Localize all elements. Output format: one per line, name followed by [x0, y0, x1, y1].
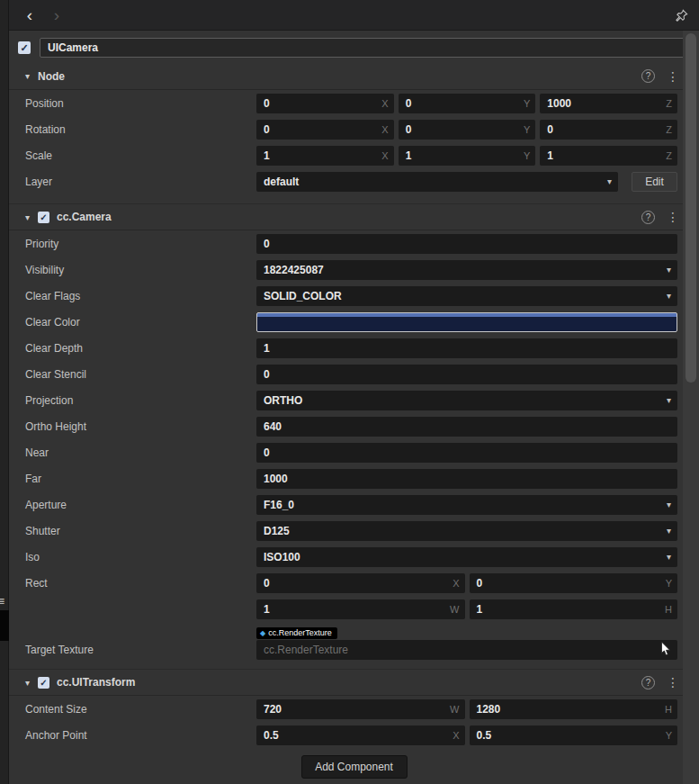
clear-color-swatch[interactable]	[256, 312, 677, 332]
priority-field[interactable]: 0	[256, 234, 677, 254]
rotation-x-field[interactable]: 0X	[256, 120, 394, 140]
help-icon[interactable]: ?	[641, 69, 655, 83]
section-header-camera[interactable]: ▾ ✓ cc.Camera ? ⋮	[9, 203, 699, 230]
content-size-label: Content Size	[25, 703, 256, 716]
help-icon[interactable]: ?	[641, 676, 655, 689]
render-texture-type-chip: ◆cc.RenderTexture	[256, 627, 337, 639]
anchor-point-y-field[interactable]: 0.5Y	[470, 725, 678, 745]
clear-stencil-field[interactable]: 0	[256, 365, 677, 384]
content-size-h-field[interactable]: 1280H	[470, 699, 678, 719]
ortho-height-field[interactable]: 640	[256, 417, 677, 437]
far-label: Far	[25, 473, 256, 485]
node-name-input[interactable]: UICamera	[40, 38, 690, 58]
position-z-field[interactable]: 1000Z	[540, 94, 677, 113]
axis-h-label: H	[665, 599, 672, 619]
row-clear-depth: Clear Depth 1	[9, 335, 699, 361]
chevron-down-icon: ▾	[667, 547, 671, 567]
rect-h-field[interactable]: 1H	[470, 599, 678, 619]
row-rect-wh: 1W 1H	[9, 596, 699, 622]
layer-edit-button[interactable]: Edit	[632, 172, 677, 192]
chevron-down-icon: ▾	[667, 391, 671, 410]
row-target-texture: Target Texture ◆cc.RenderTexture cc.Rend…	[9, 622, 699, 663]
chevron-down-icon: ▾	[667, 521, 671, 541]
scale-z-field[interactable]: 1Z	[540, 146, 677, 166]
chevron-down-icon[interactable]: ▾	[25, 212, 38, 222]
row-projection: Projection ORTHO▾	[9, 387, 699, 413]
chevron-down-icon[interactable]: ▾	[25, 678, 38, 688]
axis-z-label: Z	[666, 120, 672, 140]
history-back-button[interactable]: ‹	[20, 5, 40, 25]
clear-flags-dropdown[interactable]: SOLID_COLOR▾	[256, 286, 677, 306]
inspector-panel: ‹ › ✓ UICamera ▾ Node ? ⋮ Position 0X 0Y…	[9, 0, 699, 784]
left-dock-strip: ≡	[0, 0, 9, 784]
far-field[interactable]: 1000	[256, 469, 677, 489]
position-label: Position	[25, 97, 256, 110]
rect-w-field[interactable]: 1W	[256, 599, 465, 619]
row-ortho-height: Ortho Height 640	[9, 413, 699, 439]
row-clear-flags: Clear Flags SOLID_COLOR▾	[9, 283, 699, 309]
section-header-uitransform[interactable]: ▾ ✓ cc.UITransform ? ⋮	[9, 669, 699, 696]
rotation-z-field[interactable]: 0Z	[540, 120, 677, 140]
target-texture-field[interactable]: cc.RenderTexture	[256, 640, 677, 660]
docked-panel-tab[interactable]	[0, 610, 9, 641]
rect-label: Rect	[25, 577, 256, 590]
row-position: Position 0X 0Y 1000Z	[9, 90, 699, 116]
shutter-dropdown[interactable]: D125▾	[256, 521, 677, 541]
aperture-label: Aperture	[25, 499, 256, 511]
axis-y-label: Y	[524, 146, 530, 166]
content-size-w-field[interactable]: 720W	[256, 699, 465, 719]
rotation-y-field[interactable]: 0Y	[399, 120, 536, 140]
row-shutter: Shutter D125▾	[9, 518, 699, 544]
chevron-down-icon: ▾	[667, 260, 671, 280]
uitransform-enabled-checkbox[interactable]: ✓	[38, 677, 49, 689]
projection-dropdown[interactable]: ORTHO▾	[256, 391, 677, 410]
asset-picker-icon[interactable]	[659, 642, 674, 658]
target-texture-wrap: ◆cc.RenderTexture cc.RenderTexture	[256, 640, 677, 660]
axis-y-label: Y	[666, 573, 672, 593]
more-menu-icon[interactable]: ⋮	[667, 675, 679, 689]
node-active-checkbox[interactable]: ✓	[18, 41, 31, 54]
row-far: Far 1000	[9, 465, 699, 491]
rect-x-field[interactable]: 0X	[256, 573, 465, 593]
rect-y-field[interactable]: 0Y	[470, 573, 678, 593]
add-component-button[interactable]: Add Component	[301, 755, 408, 779]
scrollbar-thumb[interactable]	[686, 33, 696, 383]
axis-x-label: X	[381, 94, 388, 113]
iso-dropdown[interactable]: ISO100▾	[256, 547, 677, 567]
section-title-node: Node	[38, 70, 65, 83]
row-layer: Layer default▾ Edit	[9, 168, 699, 194]
axis-x-label: X	[453, 573, 459, 593]
camera-enabled-checkbox[interactable]: ✓	[38, 212, 49, 223]
anchor-point-label: Anchor Point	[25, 729, 256, 742]
clear-depth-field[interactable]: 1	[256, 338, 677, 358]
axis-x-label: X	[453, 725, 459, 745]
row-visibility: Visibility 1822425087▾	[9, 257, 699, 283]
aperture-dropdown[interactable]: F16_0▾	[256, 495, 677, 515]
clear-color-label: Clear Color	[25, 316, 256, 329]
asset-diamond-icon: ◆	[260, 629, 265, 637]
layer-dropdown[interactable]: default▾	[256, 172, 618, 192]
node-name-row: ✓ UICamera	[9, 31, 699, 63]
history-forward-button[interactable]: ›	[47, 5, 67, 25]
more-menu-icon[interactable]: ⋮	[667, 210, 679, 224]
row-clear-stencil: Clear Stencil 0	[9, 361, 699, 387]
anchor-point-x-field[interactable]: 0.5X	[256, 725, 465, 745]
chevron-down-icon[interactable]: ▾	[25, 71, 38, 81]
position-x-field[interactable]: 0X	[256, 94, 394, 113]
scale-x-field[interactable]: 1X	[256, 146, 394, 166]
pin-icon[interactable]	[674, 7, 690, 23]
near-field[interactable]: 0	[256, 443, 677, 463]
section-header-node[interactable]: ▾ Node ? ⋮	[9, 63, 699, 90]
scrollbar-track[interactable]	[683, 31, 699, 784]
more-menu-icon[interactable]: ⋮	[667, 69, 679, 84]
axis-y-label: Y	[666, 725, 672, 745]
target-texture-label: Target Texture	[25, 640, 256, 660]
axis-w-label: W	[450, 699, 459, 719]
axis-h-label: H	[665, 699, 672, 719]
row-rotation: Rotation 0X 0Y 0Z	[9, 116, 699, 142]
row-near: Near 0	[9, 439, 699, 465]
visibility-dropdown[interactable]: 1822425087▾	[256, 260, 677, 280]
position-y-field[interactable]: 0Y	[399, 94, 536, 113]
scale-y-field[interactable]: 1Y	[399, 146, 536, 166]
help-icon[interactable]: ?	[641, 211, 655, 224]
